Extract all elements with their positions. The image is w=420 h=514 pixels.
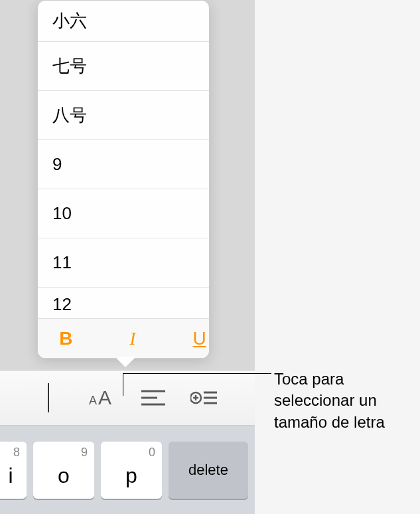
delete-label: delete [188,462,228,479]
callout-text: Toca para seleccionar un tamaño de letra [274,369,385,433]
key-number: 0 [149,446,155,460]
size-option[interactable]: 10 [38,189,209,238]
key-p[interactable]: 0 p [101,442,162,499]
text-cursor [48,383,49,412]
font-size-button[interactable]: A A [89,384,117,412]
key-letter: p [125,464,137,488]
key-delete[interactable]: delete [169,442,248,499]
callout-line2: seleccionar un [274,390,385,411]
size-option[interactable]: 12 [38,288,209,315]
size-option[interactable]: 11 [38,238,209,288]
font-size-popover: 小六 七号 八号 9 10 11 12 B I U [37,0,210,359]
popover-arrow [116,358,135,367]
callout-line3: tamaño de letra [274,412,385,433]
font-size-list[interactable]: 小六 七号 八号 9 10 11 12 [38,1,209,315]
key-number: 8 [13,446,20,460]
key-i[interactable]: 8 i [0,442,27,499]
key-number: 9 [81,446,88,460]
text-style-bar: B I U [38,318,209,358]
callout-line1: Toca para [274,369,385,390]
keyboard: 8 i 9 o 0 p delete [0,426,255,514]
italic-button[interactable]: I [123,328,143,349]
key-letter: i [8,464,13,488]
svg-text:A: A [89,394,97,407]
size-option[interactable]: 八号 [38,91,209,140]
key-letter: o [58,464,70,488]
svg-text:A: A [98,387,111,408]
callout-connector [123,373,271,396]
size-option[interactable]: 9 [38,140,209,189]
bold-button[interactable]: B [56,328,76,349]
size-option[interactable]: 七号 [38,42,209,91]
screenshot-area: 小六 七号 八号 9 10 11 12 B I U A A [0,0,255,514]
key-o[interactable]: 9 o [33,442,94,499]
size-option[interactable]: 小六 [38,1,209,42]
underline-button[interactable]: U [190,328,209,349]
